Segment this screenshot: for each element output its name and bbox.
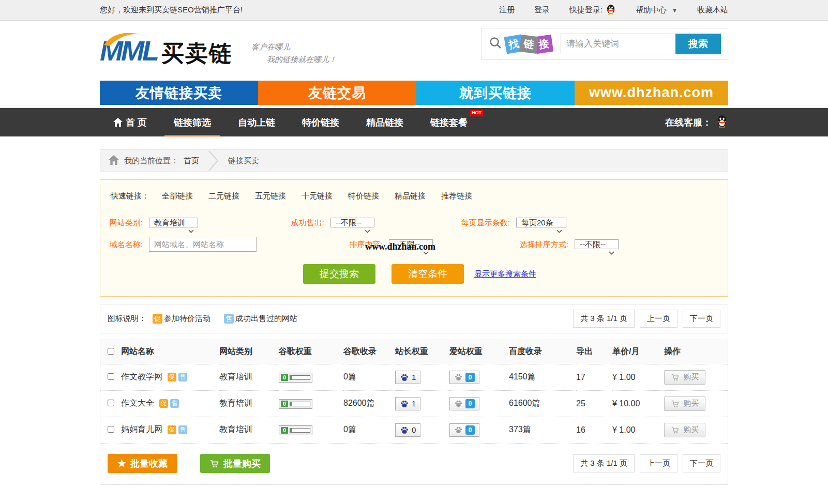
col-export: 导出 bbox=[576, 340, 612, 364]
baidu-index: 4150篇 bbox=[509, 364, 576, 390]
quick-links-label: 快速链接： bbox=[111, 191, 149, 201]
logo-swoosh-icon bbox=[103, 29, 150, 49]
hot-badge: HOT bbox=[470, 110, 483, 116]
export-count: 16 bbox=[576, 417, 612, 443]
col-chinaz-rank: 站长权重 bbox=[395, 340, 449, 364]
nav-item-home[interactable]: 首 页 bbox=[100, 108, 160, 136]
favorite-site-link[interactable]: 收藏本站 bbox=[697, 5, 728, 15]
cart-icon bbox=[209, 459, 219, 468]
clear-conditions-button[interactable]: 清空条件 bbox=[392, 264, 464, 284]
home-icon bbox=[113, 118, 123, 127]
legend-label: 图标说明： bbox=[108, 314, 146, 324]
quick-login-label: 快捷登录: bbox=[569, 5, 603, 15]
buy-button[interactable]: 购买 bbox=[664, 370, 705, 385]
banner-segment: www.dhzhan.com bbox=[575, 81, 728, 105]
per-page-label: 每页显示条数: bbox=[432, 217, 510, 228]
qq-service-icon[interactable] bbox=[716, 114, 728, 130]
row-checkbox[interactable] bbox=[108, 400, 114, 406]
promo-legend-text: 参加特价活动 bbox=[164, 314, 210, 324]
promo-banner: 友情链接买卖 友链交易 就到买链接 www.dhzhan.com bbox=[100, 81, 728, 105]
search-box: 找 链 接 搜索 bbox=[481, 28, 728, 60]
cart-icon bbox=[671, 373, 680, 381]
domain-label: 域名名称: bbox=[100, 239, 143, 250]
col-google-index: 谷歌收录 bbox=[343, 340, 395, 364]
banner-segment: 友情链接买卖 bbox=[100, 81, 258, 105]
nav-item-auto-link[interactable]: 自动上链 bbox=[224, 108, 289, 136]
site-category: 教育培训 bbox=[219, 390, 279, 417]
breadcrumb: 我的当前位置： 首页 链接买卖 bbox=[100, 149, 728, 172]
baidu-index: 61600篇 bbox=[509, 390, 576, 417]
col-baidu-index: 百度收录 bbox=[509, 340, 576, 364]
slogan: 客户在哪儿 我的链接就在哪儿！ bbox=[251, 41, 337, 66]
google-index: 82600篇 bbox=[343, 390, 395, 417]
filter-panel: www.dhzhan.com 快速链接： 全部链接 二元链接 五元链接 十元链接… bbox=[100, 179, 728, 297]
quick-link-recommended[interactable]: 推荐链接 bbox=[441, 191, 472, 201]
search-input[interactable] bbox=[561, 34, 675, 54]
prev-page-button[interactable]: 上一页 bbox=[640, 454, 678, 472]
chevron-down-icon bbox=[556, 223, 562, 227]
next-page-button[interactable]: 下一页 bbox=[683, 454, 720, 472]
col-site-name: 网站名称 bbox=[121, 340, 219, 364]
prev-page-button[interactable]: 上一页 bbox=[640, 310, 678, 328]
star-icon: ★ bbox=[117, 457, 126, 469]
aizhan-rank-widget: 0 bbox=[449, 397, 479, 410]
sort-content-select[interactable]: --不限-- bbox=[389, 239, 433, 249]
buy-button[interactable]: 购买 bbox=[664, 396, 705, 411]
help-center-link[interactable]: 帮助中心 bbox=[636, 5, 667, 15]
batch-favorite-button[interactable]: ★ 批量收藏 bbox=[108, 454, 177, 473]
sold-badge-icon: 售 bbox=[170, 399, 179, 408]
row-checkbox[interactable] bbox=[108, 373, 114, 380]
select-all-checkbox[interactable] bbox=[108, 348, 114, 355]
more-conditions-link[interactable]: 显示更多搜索条件 bbox=[474, 269, 536, 279]
quick-link-10yuan[interactable]: 十元链接 bbox=[302, 191, 333, 201]
site-name-link[interactable]: 作文大全 bbox=[121, 398, 154, 409]
qq-icon[interactable] bbox=[606, 4, 616, 17]
buy-button[interactable]: 购买 bbox=[664, 423, 705, 437]
sort-mode-select[interactable]: --不限-- bbox=[575, 239, 619, 249]
nav-item-link-packages[interactable]: 链接套餐 HOT bbox=[417, 108, 481, 136]
main-nav: 首 页 链接筛选 自动上链 特价链接 精品链接 链接套餐 HOT 在线客服： bbox=[0, 108, 828, 136]
sold-legend-text: 成功出售过的网站 bbox=[235, 314, 297, 324]
quick-link-premium[interactable]: 精品链接 bbox=[395, 191, 426, 201]
cart-icon bbox=[671, 400, 680, 408]
batch-buy-button[interactable]: 批量购买 bbox=[200, 454, 270, 473]
site-name-link[interactable]: 作文教学网 bbox=[121, 372, 162, 383]
nav-item-premium-links[interactable]: 精品链接 bbox=[353, 108, 417, 136]
site-logo[interactable]: MML 买卖链 bbox=[100, 37, 233, 65]
sort-content-label: 排序内容: bbox=[333, 239, 383, 250]
paw-icon bbox=[400, 425, 409, 435]
google-index: 0篇 bbox=[343, 417, 395, 443]
quick-link-5yuan[interactable]: 五元链接 bbox=[255, 191, 286, 201]
page-summary: 共 3 条 1/1 页 bbox=[573, 454, 635, 472]
row-checkbox[interactable] bbox=[108, 426, 114, 433]
chevron-down-icon: ▼ bbox=[672, 7, 678, 13]
sold-badge-icon: 售 bbox=[178, 425, 187, 434]
register-link[interactable]: 注册 bbox=[499, 5, 515, 15]
main-content: 我的当前位置： 首页 链接买卖 www.dhzhan.com 快速链接： 全部链… bbox=[100, 149, 728, 485]
breadcrumb-home-link[interactable]: 首页 bbox=[184, 156, 199, 166]
domain-input[interactable] bbox=[149, 237, 257, 252]
nav-item-link-filter[interactable]: 链接筛选 bbox=[160, 108, 224, 136]
chevron-down-icon bbox=[365, 223, 370, 227]
quick-link-all[interactable]: 全部链接 bbox=[162, 191, 193, 201]
site-name-link[interactable]: 妈妈育儿网 bbox=[121, 424, 162, 435]
cart-icon bbox=[671, 426, 680, 434]
col-action: 操作 bbox=[664, 340, 728, 364]
next-page-button[interactable]: 下一页 bbox=[683, 310, 720, 328]
login-link[interactable]: 登录 bbox=[534, 5, 550, 15]
sold-badge-icon: 售 bbox=[224, 314, 234, 324]
per-page-select[interactable]: 每页20条 bbox=[516, 218, 566, 227]
sold-badge-icon: 售 bbox=[178, 373, 187, 381]
search-button[interactable]: 搜索 bbox=[675, 34, 721, 54]
aizhan-rank-widget: 0 bbox=[449, 371, 479, 384]
category-select[interactable]: 教育培训 bbox=[149, 218, 198, 227]
promo-badge-icon: 促 bbox=[168, 373, 176, 381]
welcome-text: 您好，欢迎来到买卖链SEO营销推广平台! bbox=[100, 5, 243, 15]
quick-link-special[interactable]: 特价链接 bbox=[348, 191, 379, 201]
quick-link-2yuan[interactable]: 二元链接 bbox=[208, 191, 239, 201]
nav-item-special-links[interactable]: 特价链接 bbox=[289, 108, 353, 136]
submit-search-button[interactable]: 提交搜索 bbox=[303, 264, 375, 284]
sold-select[interactable]: --不限-- bbox=[330, 218, 374, 227]
sort-mode-label: 选择排序方式: bbox=[491, 239, 568, 250]
find-link-logo: 找 链 接 bbox=[505, 36, 552, 53]
